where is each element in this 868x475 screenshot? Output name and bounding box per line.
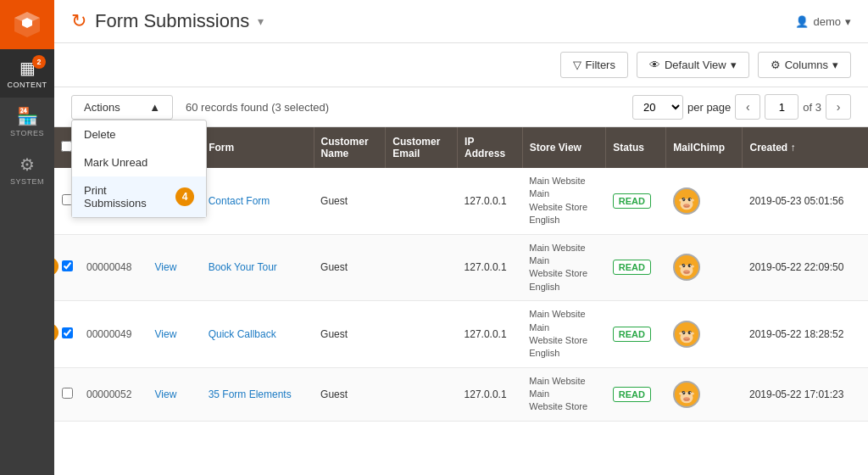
columns-label: Columns bbox=[785, 59, 828, 71]
row-ip: 127.0.0.1 bbox=[458, 234, 523, 301]
table-row: 300000048ViewBook Your TourGuest127.0.0.… bbox=[54, 234, 868, 301]
print-submissions-label: Print Submissions bbox=[84, 184, 169, 210]
sort-icon: ↑ bbox=[791, 142, 796, 154]
mailchimp-icon bbox=[673, 381, 700, 408]
user-menu[interactable]: 👤 demo ▾ bbox=[795, 15, 851, 28]
view-link[interactable]: View bbox=[155, 261, 177, 273]
svg-point-22 bbox=[683, 332, 684, 332]
actions-button[interactable]: Actions ▲ bbox=[71, 95, 173, 120]
columns-button[interactable]: ⚙ Columns ▾ bbox=[758, 52, 851, 78]
col-status: Status bbox=[606, 127, 666, 168]
system-icon: ⚙ bbox=[19, 154, 35, 175]
row-checkbox-cell: 3 bbox=[54, 301, 80, 368]
table-row: 300000049ViewQuick CallbackGuest127.0.0.… bbox=[54, 301, 868, 368]
sidebar-item-system[interactable]: ⚙ SYSTEM bbox=[0, 146, 54, 194]
row-checkbox[interactable] bbox=[62, 327, 73, 338]
actions-dropdown-menu: Delete Mark Unread Print Submissions 4 bbox=[71, 120, 207, 218]
status-badge: READ bbox=[613, 260, 651, 275]
row-step-badge: 3 bbox=[54, 323, 58, 342]
svg-point-31 bbox=[683, 392, 684, 393]
print-step-badge: 4 bbox=[175, 187, 194, 206]
svg-point-4 bbox=[683, 198, 684, 199]
page-title-area: ↻ Form Submissions ▾ bbox=[71, 10, 264, 32]
row-customer-name: Guest bbox=[314, 234, 386, 301]
mailchimp-icon bbox=[673, 321, 700, 348]
filter-icon: ▽ bbox=[573, 59, 581, 71]
svg-point-34 bbox=[679, 392, 683, 394]
row-step-badge: 3 bbox=[54, 257, 58, 276]
row-form: Book Your Tour bbox=[202, 234, 314, 301]
next-page-button[interactable]: › bbox=[826, 94, 851, 120]
svg-point-8 bbox=[690, 198, 694, 201]
row-status: READ bbox=[606, 234, 666, 301]
row-customer-email bbox=[386, 367, 458, 421]
sidebar-item-content[interactable]: ▦ CONTENT 2 bbox=[0, 49, 54, 98]
view-link[interactable]: View bbox=[155, 388, 177, 400]
user-dropdown-arrow: ▾ bbox=[845, 15, 851, 28]
row-checkbox[interactable] bbox=[62, 260, 73, 271]
logo bbox=[0, 0, 54, 49]
row-action: View bbox=[148, 234, 202, 301]
title-dropdown-arrow[interactable]: ▾ bbox=[258, 14, 264, 28]
top-header: ↻ Form Submissions ▾ 👤 demo ▾ bbox=[54, 0, 868, 43]
form-link[interactable]: Book Your Tour bbox=[209, 261, 277, 273]
page-title: Form Submissions bbox=[95, 10, 249, 32]
col-ip: IPAddress bbox=[458, 127, 523, 168]
row-created: 2019-05-22 18:28:52 bbox=[743, 301, 868, 368]
status-badge: READ bbox=[613, 387, 651, 402]
row-customer-name: Guest bbox=[314, 168, 386, 234]
dropdown-item-mark-unread[interactable]: Mark Unread bbox=[72, 148, 206, 176]
row-action: View bbox=[148, 301, 202, 368]
per-page-label: per page bbox=[687, 101, 731, 114]
mailchimp-icon bbox=[673, 187, 700, 215]
actions-arrow-icon: ▲ bbox=[149, 101, 160, 114]
filter-button[interactable]: ▽ Filters bbox=[560, 52, 628, 78]
next-icon: › bbox=[837, 100, 841, 114]
per-page-select[interactable]: 20 50 100 bbox=[632, 95, 683, 120]
row-action: View bbox=[148, 367, 202, 421]
dropdown-item-delete[interactable]: Delete bbox=[72, 120, 206, 148]
loader-icon: ↻ bbox=[71, 10, 86, 32]
form-link[interactable]: Contact Form bbox=[209, 195, 270, 207]
svg-point-25 bbox=[679, 332, 683, 334]
action-bar: Actions ▲ Delete Mark Unread Print Submi… bbox=[54, 87, 868, 127]
view-link[interactable]: View bbox=[155, 328, 177, 340]
col-customer-email: CustomerEmail bbox=[386, 127, 458, 168]
columns-gear-icon: ⚙ bbox=[771, 59, 781, 71]
main-content: ↻ Form Submissions ▾ 👤 demo ▾ ▽ Filters … bbox=[54, 0, 868, 475]
sidebar-content-label: CONTENT bbox=[8, 81, 47, 89]
svg-point-17 bbox=[690, 265, 694, 268]
sidebar-item-stores[interactable]: 🏪 STORES bbox=[0, 98, 54, 146]
row-id: 00000049 bbox=[80, 301, 148, 368]
page-number-input[interactable] bbox=[765, 94, 798, 120]
row-status: READ bbox=[606, 168, 666, 234]
row-store-view: Main WebsiteMainWebsite Store bbox=[522, 367, 606, 421]
toolbar: ▽ Filters 👁 Default View ▾ ⚙ Columns ▾ bbox=[54, 43, 868, 87]
form-link[interactable]: 35 Form Elements bbox=[209, 388, 292, 400]
row-id: 00000052 bbox=[80, 367, 148, 421]
row-customer-email bbox=[386, 168, 458, 234]
form-link[interactable]: Quick Callback bbox=[209, 328, 276, 340]
delete-label: Delete bbox=[84, 128, 116, 141]
mark-unread-label: Mark Unread bbox=[84, 156, 147, 169]
status-badge: READ bbox=[613, 327, 651, 342]
prev-page-button[interactable]: ‹ bbox=[735, 94, 760, 120]
row-store-view: Main WebsiteMainWebsite StoreEnglish bbox=[522, 168, 606, 234]
records-info: 60 records found (3 selected) bbox=[186, 101, 329, 114]
row-mailchimp bbox=[666, 168, 743, 234]
col-created[interactable]: Created ↑ bbox=[743, 127, 868, 168]
view-arrow: ▾ bbox=[731, 59, 737, 71]
row-form: 35 Form Elements bbox=[202, 367, 314, 421]
svg-point-35 bbox=[690, 392, 694, 394]
row-checkbox[interactable] bbox=[62, 388, 73, 399]
default-view-button[interactable]: 👁 Default View ▾ bbox=[637, 52, 749, 78]
dropdown-item-print[interactable]: Print Submissions 4 bbox=[72, 176, 206, 217]
status-badge: READ bbox=[613, 193, 651, 209]
row-mailchimp bbox=[666, 367, 743, 421]
col-store-view: Store View bbox=[522, 127, 606, 168]
col-form: Form bbox=[202, 127, 314, 168]
row-checkbox-cell: 3 bbox=[54, 234, 80, 301]
stores-icon: 🏪 bbox=[17, 106, 38, 126]
row-ip: 127.0.0.1 bbox=[458, 168, 523, 234]
table-row: 00000052View35 Form ElementsGuest127.0.0… bbox=[54, 367, 868, 421]
